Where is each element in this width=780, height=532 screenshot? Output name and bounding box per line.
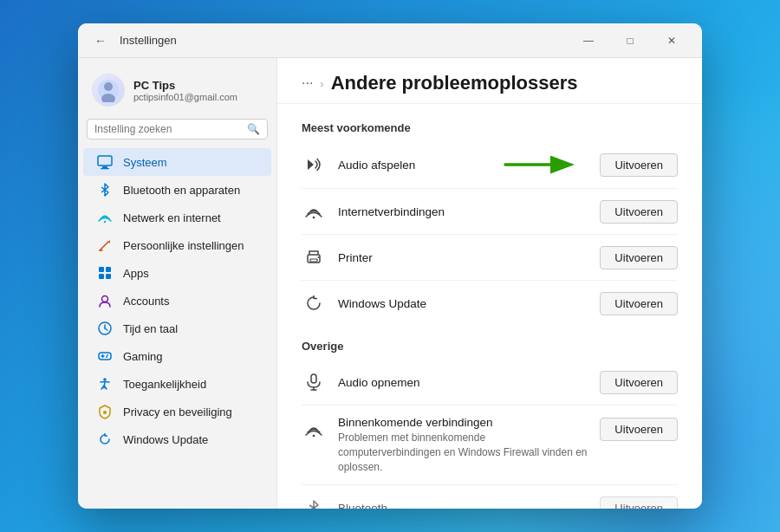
profile-area: PC Tips pctipsinfo01@gmail.com [78,67,276,119]
sidebar-item-persoonlijk[interactable]: Persoonlijke instellingen [83,231,271,259]
printer-label: Printer [338,251,588,264]
overige-section: Overige Audio opnemen Uitvoeren [302,340,678,509]
sidebar: PC Tips pctipsinfo01@gmail.com 🔍 Systeem [78,58,277,509]
windows-update-icon [97,431,113,447]
audio-afspelen-icon [302,152,326,177]
page-title: Andere probleemoplossers [331,72,578,94]
titlebar: ← Instellingen — □ ✕ [78,23,702,58]
uitvoeren-button-internetverbindingen[interactable]: Uitvoeren [600,200,678,224]
uitvoeren-button-printer[interactable]: Uitvoeren [600,246,678,269]
search-icon: 🔍 [247,123,260,135]
uitvoeren-button-windows-update[interactable]: Uitvoeren [600,292,678,315]
sidebar-item-windows-update[interactable]: Windows Update [83,425,271,453]
sidebar-item-apps[interactable]: Apps [83,259,271,287]
sidebar-label-gaming: Gaming [123,350,163,363]
gaming-icon [97,348,113,364]
svg-line-16 [105,328,107,330]
search-box[interactable]: 🔍 [87,119,268,139]
binnenkomende-label: Binnenkomende verbindingen [338,416,588,429]
toegankelijkheid-icon [97,376,113,392]
svg-rect-17 [99,353,111,360]
sidebar-item-systeem[interactable]: Systeem [83,148,271,176]
svg-point-30 [318,256,320,258]
audio-opnemen-label: Audio opnemen [338,376,588,389]
sidebar-label-accounts: Accounts [123,295,169,308]
main-panel: ··· › Andere probleemoplossers Meest voo… [277,58,702,509]
meest-voorkomende-label: Meest voorkomende [302,121,678,134]
profile-name: PC Tips [133,79,237,92]
sidebar-label-toegankelijkheid: Toegankelijkheid [123,378,206,391]
printer-icon [302,245,326,269]
svg-rect-31 [311,374,316,383]
troubleshooter-audio-opnemen: Audio opnemen Uitvoeren [302,360,678,405]
sidebar-label-netwerk: Netwerk en internet [123,211,221,224]
svg-point-22 [103,378,107,381]
binnenkomende-desc: Problemen met binnenkomende computerverb… [338,431,588,474]
sidebar-item-tijd[interactable]: Tijd en taal [83,315,271,342]
sidebar-item-netwerk[interactable]: Netwerk en internet [83,204,271,231]
sidebar-label-systeem: Systeem [123,156,167,169]
apps-icon [97,265,113,281]
profile-email: pctipsinfo01@gmail.com [133,92,237,102]
audio-opnemen-icon [302,370,326,394]
avatar [92,74,125,107]
sidebar-item-privacy[interactable]: Privacy en beveiliging [83,398,271,425]
uitvoeren-button-audio-afspelen[interactable]: Uitvoeren [600,153,678,177]
sidebar-label-persoonlijk: Persoonlijke instellingen [123,239,244,252]
svg-point-23 [103,411,107,414]
svg-marker-24 [308,159,314,170]
sidebar-label-windows-update: Windows Update [123,433,208,446]
window-controls: — □ ✕ [569,27,692,55]
uitvoeren-button-bluetooth2[interactable]: Uitvoeren [600,496,678,509]
window-body: PC Tips pctipsinfo01@gmail.com 🔍 Systeem [78,58,702,509]
troubleshooter-windows-update: Windows Update Uitvoeren [302,281,678,326]
search-input[interactable] [94,123,242,135]
green-arrow [501,152,579,178]
avatar-icon [96,78,120,102]
meest-voorkomende-section: Meest voorkomende Audio afspelen [302,121,678,326]
minimize-button[interactable]: — [569,27,608,55]
windows-update-item-icon [302,291,326,315]
close-button[interactable]: ✕ [652,27,692,55]
sidebar-item-toegankelijkheid[interactable]: Toegankelijkheid [83,370,271,398]
profile-text: PC Tips pctipsinfo01@gmail.com [133,79,237,102]
troubleshooter-audio-afspelen: Audio afspelen [302,141,678,189]
windows-update-item-label: Windows Update [338,297,588,310]
svg-point-1 [104,82,113,91]
accounts-icon [97,293,113,308]
svg-point-27 [313,217,315,219]
tijd-icon [97,321,113,336]
troubleshooter-internetverbindingen: Internetverbindingen Uitvoeren [302,189,678,235]
sidebar-item-gaming[interactable]: Gaming [83,342,271,370]
main-header: ··· › Andere probleemoplossers [277,58,702,104]
binnenkomende-text: Binnenkomende verbindingen Problemen met… [338,416,588,474]
svg-point-20 [107,354,108,356]
settings-window: ← Instellingen — □ ✕ [78,23,702,509]
svg-rect-9 [99,267,104,272]
svg-point-13 [102,296,108,302]
svg-point-6 [104,221,106,223]
persoonlijk-icon [97,237,113,253]
uitvoeren-button-binnenkomende[interactable]: Uitvoeren [600,418,678,441]
svg-rect-11 [99,274,104,279]
troubleshooter-binnenkomende: Binnenkomende verbindingen Problemen met… [302,405,678,485]
troubleshooter-printer: Printer Uitvoeren [302,235,678,281]
breadcrumb-arrow: › [320,77,323,90]
window-title: Instellingen [120,34,569,47]
binnenkomende-icon [302,418,326,442]
back-button[interactable]: ← [88,29,113,53]
bluetooth2-icon [302,496,326,509]
uitvoeren-button-audio-opnemen[interactable]: Uitvoeren [600,371,678,394]
bluetooth2-label: Bluetooth [338,502,588,509]
netwerk-icon [97,210,113,225]
svg-rect-4 [102,166,107,168]
sidebar-item-bluetooth[interactable]: Bluetooth en apparaten [83,176,271,204]
svg-point-21 [106,356,107,358]
privacy-icon [97,404,113,419]
maximize-button[interactable]: □ [610,27,650,55]
sidebar-label-privacy: Privacy en beveiliging [123,405,232,418]
svg-rect-5 [101,168,109,169]
breadcrumb-dots[interactable]: ··· [302,75,313,91]
internetverbindingen-label: Internetverbindingen [338,205,588,218]
sidebar-item-accounts[interactable]: Accounts [83,287,271,315]
